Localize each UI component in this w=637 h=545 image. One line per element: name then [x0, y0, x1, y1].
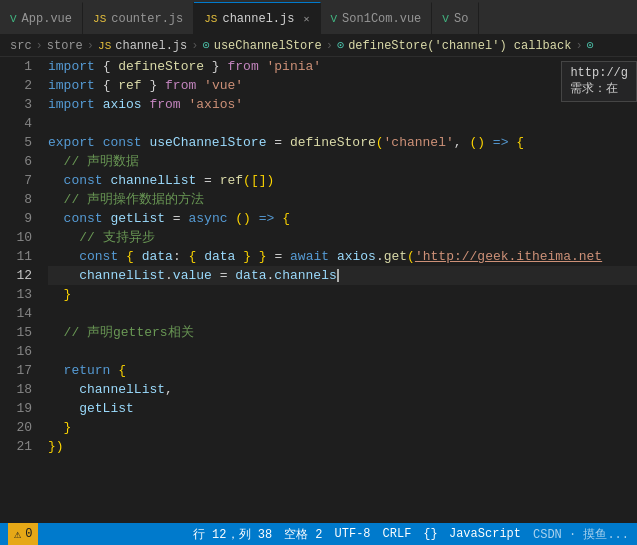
breadcrumb-callback-icon: ⊙	[337, 38, 344, 53]
breadcrumb-sep: ›	[326, 39, 333, 53]
ln-4: 4	[0, 114, 32, 133]
tooltip-req: 需求：在	[570, 80, 628, 97]
breadcrumb-sep: ›	[36, 39, 43, 53]
ln-15: 15	[0, 323, 32, 342]
tab-label: counter.js	[111, 12, 183, 26]
code-line-10: // 支持异步	[48, 228, 637, 247]
code-line-6: // 声明数据	[48, 152, 637, 171]
code-line-7: const channelList = ref([])	[48, 171, 637, 190]
tab-label: channel.js	[222, 12, 294, 26]
code-line-9: const getList = async () => {	[48, 209, 637, 228]
code-line-13: }	[48, 285, 637, 304]
breadcrumb-store-icon: ⊙	[202, 38, 209, 53]
indent-spaces[interactable]: 空格 2	[284, 526, 322, 543]
error-count: 0	[25, 527, 32, 541]
ln-19: 19	[0, 399, 32, 418]
ln-3: 3	[0, 95, 32, 114]
code-line-8: // 声明操作数据的方法	[48, 190, 637, 209]
code-line-3: import axios from 'axios'	[48, 95, 637, 114]
code-line-19: getList	[48, 399, 637, 418]
ln-12: 12	[0, 266, 32, 285]
tooltip-box: http://g 需求：在	[561, 61, 637, 102]
js-icon: JS	[204, 13, 217, 25]
code-line-11: const { data: { data } } = await axios.g…	[48, 247, 637, 266]
editor-container: http://g 需求：在 1 2 3 4 5 6 7 8 9 10 11 12…	[0, 57, 637, 523]
ln-5: 5	[0, 133, 32, 152]
ln-20: 20	[0, 418, 32, 437]
code-area[interactable]: import { defineStore } from 'pinia' impo…	[40, 57, 637, 523]
ln-21: 21	[0, 437, 32, 456]
code-line-5: export const useChannelStore = defineSto…	[48, 133, 637, 152]
language-mode[interactable]: {} JavaScript	[423, 527, 521, 541]
code-line-1: import { defineStore } from 'pinia'	[48, 57, 637, 76]
line-ending[interactable]: CRLF	[383, 527, 412, 541]
ln-6: 6	[0, 152, 32, 171]
ln-1: 1	[0, 57, 32, 76]
ln-17: 17	[0, 361, 32, 380]
tab-counter-js[interactable]: JS counter.js	[83, 2, 194, 34]
ln-10: 10	[0, 228, 32, 247]
tab-so-vue[interactable]: V So	[432, 2, 479, 34]
tooltip-url: http://g	[570, 66, 628, 80]
code-line-4	[48, 114, 637, 133]
tab-close-button[interactable]: ✕	[303, 13, 309, 25]
breadcrumb-file: channel.js	[115, 39, 187, 53]
tab-channel-js[interactable]: JS channel.js ✕	[194, 2, 320, 34]
breadcrumb-part: store	[47, 39, 83, 53]
ln-11: 11	[0, 247, 32, 266]
language-label: JavaScript	[449, 527, 521, 541]
code-line-2: import { ref } from 'vue'	[48, 76, 637, 95]
code-line-15: // 声明getters相关	[48, 323, 637, 342]
code-line-20: }	[48, 418, 637, 437]
ln-8: 8	[0, 190, 32, 209]
breadcrumb: src › store › JS channel.js › ⊙ useChann…	[0, 35, 637, 57]
tab-app-vue[interactable]: V App.vue	[0, 2, 83, 34]
breadcrumb-func: useChannelStore	[214, 39, 322, 53]
ln-2: 2	[0, 76, 32, 95]
line-numbers: 1 2 3 4 5 6 7 8 9 10 11 12 13 14 15 16 1…	[0, 57, 40, 523]
code-line-16	[48, 342, 637, 361]
breadcrumb-more: ⊙	[587, 38, 594, 53]
tab-label: Son1Com.vue	[342, 12, 421, 26]
vue-icon: V	[10, 13, 17, 25]
code-line-12: channelList.value = data.channels	[48, 266, 637, 285]
tab-label: App.vue	[22, 12, 72, 26]
breadcrumb-sep: ›	[191, 39, 198, 53]
code-line-14	[48, 304, 637, 323]
tab-label: So	[454, 12, 468, 26]
tab-son1-vue[interactable]: V Son1Com.vue	[321, 2, 433, 34]
encoding[interactable]: UTF-8	[335, 527, 371, 541]
breadcrumb-sep: ›	[575, 39, 582, 53]
ln-9: 9	[0, 209, 32, 228]
status-bar: ⚠ 0 行 12，列 38 空格 2 UTF-8 CRLF {} JavaScr…	[0, 523, 637, 545]
breadcrumb-callback: defineStore('channel') callback	[348, 39, 571, 53]
vue-icon: V	[442, 13, 449, 25]
braces-icon: {}	[423, 527, 437, 541]
breadcrumb-sep: ›	[87, 39, 94, 53]
ln-16: 16	[0, 342, 32, 361]
breadcrumb-file-icon: JS	[98, 40, 111, 52]
error-count-badge[interactable]: ⚠ 0	[8, 523, 38, 545]
vue-icon: V	[331, 13, 338, 25]
ln-7: 7	[0, 171, 32, 190]
platform-label: CSDN · 摸鱼...	[533, 526, 629, 543]
status-left: ⚠ 0	[8, 523, 38, 545]
js-icon: JS	[93, 13, 106, 25]
ln-18: 18	[0, 380, 32, 399]
error-icon: ⚠	[14, 527, 21, 542]
code-line-17: return {	[48, 361, 637, 380]
ln-13: 13	[0, 285, 32, 304]
status-right: 行 12，列 38 空格 2 UTF-8 CRLF {} JavaScript …	[193, 526, 629, 543]
ln-14: 14	[0, 304, 32, 323]
code-line-21: })	[48, 437, 637, 456]
cursor-position[interactable]: 行 12，列 38	[193, 526, 272, 543]
tab-bar: V App.vue JS counter.js JS channel.js ✕ …	[0, 0, 637, 35]
code-line-18: channelList,	[48, 380, 637, 399]
breadcrumb-part: src	[10, 39, 32, 53]
